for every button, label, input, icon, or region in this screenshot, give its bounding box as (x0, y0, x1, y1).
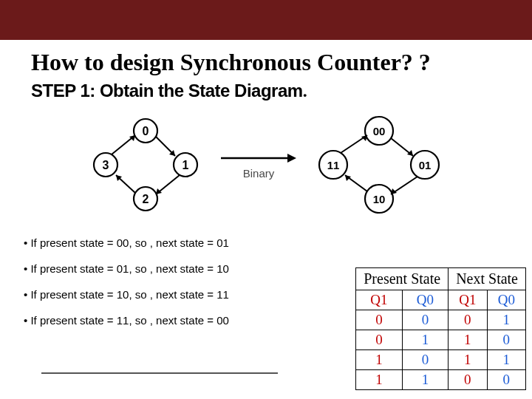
cell: 1 (356, 350, 402, 370)
slide-title: How to design Synchronous Counter? ? (0, 40, 532, 79)
node-2: 2 (143, 193, 149, 205)
arrow-label: Binary (243, 167, 275, 180)
table-header-row: Present State Next State (356, 268, 526, 290)
node-1: 1 (183, 159, 189, 171)
node-10: 10 (373, 193, 386, 205)
step-heading: STEP 1: Obtain the State Diagram. (0, 79, 532, 109)
bullet-item: If present state = 00, so , next state =… (24, 230, 508, 256)
cell: 0 (449, 310, 487, 330)
cell: 0 (356, 330, 402, 350)
state-table: Present State Next State Q1 Q0 Q1 Q0 000… (355, 267, 526, 390)
table-cols-row: Q1 Q0 Q1 Q0 (356, 290, 526, 310)
cell: 1 (402, 370, 448, 390)
present-state-header: Present State (356, 268, 449, 290)
state-diagram-row: 0 1 2 3 Binary 00 (0, 109, 532, 227)
footer-rule (41, 372, 278, 374)
step-dot: . (303, 81, 307, 100)
cell: 1 (402, 330, 448, 350)
table-row: 0110 (356, 330, 526, 350)
table-row: 1011 (356, 350, 526, 370)
col-q0n: Q0 (487, 290, 525, 310)
cell: 0 (487, 370, 525, 390)
svg-marker-9 (287, 154, 296, 163)
cell: 0 (449, 370, 487, 390)
table-row: 1100 (356, 370, 526, 390)
node-3: 3 (103, 159, 109, 171)
cell: 1 (487, 350, 525, 370)
state-diagram-left: 0 1 2 3 (86, 113, 205, 216)
svg-marker-14 (407, 150, 413, 156)
col-q0p: Q0 (402, 290, 448, 310)
cell: 1 (487, 310, 525, 330)
next-state-header: Next State (449, 268, 526, 290)
table-row: 0001 (356, 310, 526, 330)
col-q1n: Q1 (449, 290, 487, 310)
cell: 1 (449, 350, 487, 370)
cell: 0 (487, 330, 525, 350)
cell: 1 (449, 330, 487, 350)
state-diagram-right: 00 01 10 11 (313, 113, 446, 216)
node-00: 00 (373, 125, 386, 137)
cell: 0 (356, 310, 402, 330)
header-bar (0, 0, 532, 40)
node-0: 0 (143, 125, 149, 137)
cell: 0 (402, 310, 448, 330)
binary-arrow: Binary (218, 151, 299, 180)
node-11: 11 (327, 159, 340, 171)
node-01: 01 (419, 159, 432, 171)
cell: 1 (356, 370, 402, 390)
step-text: STEP 1: Obtain the State Diagram (31, 81, 303, 100)
col-q1p: Q1 (356, 290, 402, 310)
cell: 0 (402, 350, 448, 370)
